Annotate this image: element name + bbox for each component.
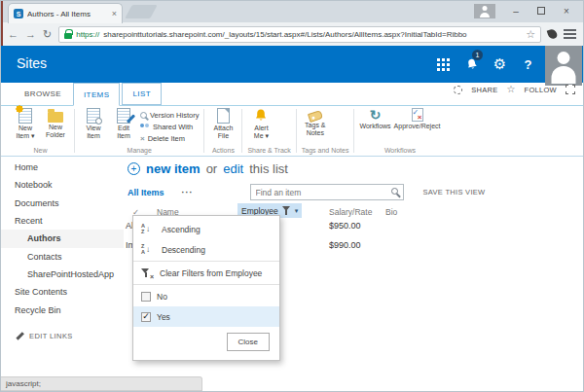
browser-window: S Authors - All Items × – × ← → ↻ https:… [0,0,584,392]
sidebar-item-notebook[interactable]: Notebook [1,176,124,194]
manage-small-buttons: Version History Shared With × Delete Ite… [140,108,199,143]
new-tab-button[interactable] [125,5,157,18]
help-button[interactable]: ? [514,46,542,83]
user-avatar[interactable] [545,46,582,86]
edit-links-button[interactable]: EDIT LINKS [1,331,124,340]
search-input[interactable] [250,184,404,200]
column-header-bio[interactable]: Bio [385,207,397,217]
follow-star-icon: ☆ [507,85,516,94]
close-window-button[interactable]: × [554,3,579,18]
sidebar-item-site-contents[interactable]: Site Contents [1,283,124,301]
focus-mode-icon[interactable] [566,85,575,94]
extension-icon[interactable] [547,28,559,40]
alert-me-bell-icon [253,108,269,124]
alert-me-button[interactable]: AlertMe ▾ [247,108,274,140]
sidebar-item-sharepointhostedapp[interactable]: SharePointHostedApp [1,266,124,283]
share-icon [454,86,462,94]
help-icon: ? [525,57,532,72]
workflows-button[interactable]: ↻ Workflows [359,108,390,130]
group-label-tags-notes: Tags and Notes [302,146,349,156]
sidebar-item-recent[interactable]: Recent [1,212,124,230]
workflows-icon: ↻ [370,108,382,122]
ribbon-tab-items[interactable]: ITEMS [73,83,120,106]
minimize-button[interactable]: – [503,3,529,18]
plus-circle-icon: + [128,162,140,175]
ribbon-group-actions: AttachFile Actions [204,106,241,156]
bookmark-star-icon[interactable]: ☆ [526,29,535,40]
sharepoint-favicon-icon: S [14,9,23,18]
save-this-view-link[interactable]: SAVE THIS VIEW [423,188,486,196]
forward-icon[interactable]: → [25,29,36,40]
browser-menu-icon[interactable] [564,29,576,39]
checkbox-unchecked-icon[interactable]: ✓ [141,292,151,302]
ribbon-group-tags-notes: Tags &Notes Tags and Notes [297,106,354,156]
status-bar: javascript; [1,376,583,391]
filter-option-no[interactable]: ✓ No [133,286,279,306]
view-item-button[interactable]: ViewItem [80,108,107,140]
browser-tab[interactable]: S Authors - All Items × [8,3,123,23]
ribbon-group-manage: ViewItem EditItem Version History Shared… [75,106,203,156]
menu-separator [133,284,279,285]
ascending-icon: AZ ↓ [141,224,156,235]
ribbon: NewItem ▾ NewFolder New ViewItem EditIte… [1,106,583,157]
attach-file-button[interactable]: AttachFile [209,108,237,140]
column-header-salary-rate[interactable]: Salary/Rate [329,207,372,217]
approve-reject-button[interactable]: Approve/Reject [394,108,441,130]
share-button[interactable]: SHARE [471,86,497,94]
group-label-share-track: Share & Track [247,146,290,156]
attach-file-icon [217,108,230,124]
browser-profile-icon[interactable] [474,4,495,18]
notifications-button[interactable]: 1 [457,46,486,83]
filter-option-yes[interactable]: ✓ Yes [133,306,279,327]
version-history-button[interactable]: Version History [140,111,199,120]
filter-funnel-icon [282,206,291,216]
ribbon-tab-list[interactable]: LIST [122,83,162,105]
version-history-icon [140,112,147,119]
new-folder-icon [48,112,63,123]
notification-badge: 1 [472,50,483,60]
reload-icon[interactable]: ↻ [43,29,52,40]
checkbox-checked-icon[interactable]: ✓ [141,312,151,322]
row-salary-value: $950.00 [329,221,361,231]
sidebar-item-home[interactable]: Home [1,159,124,176]
share-follow-controls: SHARE ☆ FOLLOW [454,85,575,94]
edit-item-button[interactable]: EditItem [110,108,137,140]
chevron-down-icon[interactable]: ▾ [295,207,299,215]
delete-item-button[interactable]: × Delete Item [140,134,199,143]
browser-tab-bar: S Authors - All Items × – × [1,1,583,22]
shared-with-button[interactable]: Shared With [140,123,199,131]
new-item-button[interactable]: NewItem ▾ [12,108,39,140]
settings-button[interactable]: ⚙ [486,46,514,83]
ribbon-group-workflows: ↻ Workflows Approve/Reject Workflows [354,106,445,156]
maximize-button[interactable] [529,3,554,18]
view-selector-all-items[interactable]: All Items [128,188,164,197]
back-icon[interactable]: ← [8,29,18,40]
sidebar-item-documents[interactable]: Documents [1,195,124,212]
filter-menu-footer: Close [133,327,279,360]
url-input[interactable]: https:// sharepointtutorials.sharepoint.… [58,26,541,43]
tags-notes-button[interactable]: Tags &Notes [302,108,329,137]
list-heading: + new item or edit this list [128,161,288,176]
tags-notes-icon [308,110,323,123]
sidebar-item-recycle-bin[interactable]: Recycle Bin [1,302,124,319]
sidebar-item-authors[interactable]: Authors [1,230,124,247]
sort-descending-item[interactable]: ZA ↓ Descending [133,239,279,260]
url-text: sharepointtutorials.sharepoint.com/_layo… [103,30,522,39]
close-button[interactable]: Close [227,333,270,351]
sort-ascending-item[interactable]: AZ ↓ Ascending [133,219,279,239]
follow-button[interactable]: FOLLOW [525,86,557,94]
ribbon-tab-browse[interactable]: BROWSE [15,83,71,105]
new-item-link[interactable]: new item [146,161,201,176]
edit-list-link[interactable]: edit [223,161,243,176]
clear-filters-item[interactable]: Clear Filters from Employee [133,263,279,283]
sidebar-item-contacts[interactable]: Contacts [1,248,124,266]
group-label-actions: Actions [209,146,237,156]
group-label-new: New [12,146,69,156]
view-more-menu[interactable]: ··· [182,188,194,197]
tab-close-icon[interactable]: × [112,10,117,18]
app-launcher-button[interactable] [429,46,457,83]
new-folder-button[interactable]: NewFolder [42,108,69,139]
clear-filter-icon [141,268,154,278]
suite-bar: Sites 1 ⚙ ? [1,46,583,83]
group-label-workflows: Workflows [359,146,440,156]
